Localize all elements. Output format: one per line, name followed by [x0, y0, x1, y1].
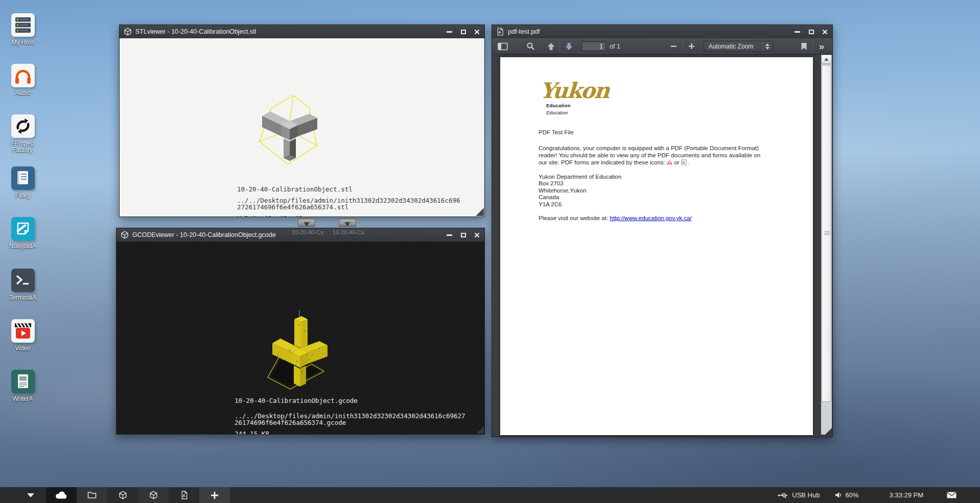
- desktop-icon-notepada[interactable]: NotepadA: [1, 217, 45, 250]
- taskbar-new-tab-button[interactable]: [199, 487, 230, 503]
- desktop-icon-audio[interactable]: Audio: [1, 64, 45, 97]
- window-title: pdf-test.pdf: [508, 28, 790, 35]
- close-button[interactable]: [474, 29, 480, 35]
- scrollbar-thumb[interactable]: [822, 65, 831, 402]
- stl-3d-object: [251, 85, 333, 172]
- yukon-logo-sub-en: Education: [546, 102, 609, 109]
- cube-icon: [149, 491, 158, 499]
- minimize-button[interactable]: [446, 29, 453, 35]
- minimize-button[interactable]: [794, 29, 801, 35]
- page-count-label: of 1: [610, 43, 620, 50]
- desktop-icon-label: WriterA: [1, 396, 45, 402]
- taskbar-pdfviewer-button[interactable]: [169, 487, 199, 503]
- paragraph-text: .: [688, 159, 690, 165]
- maximize-button[interactable]: [460, 232, 466, 238]
- usb-hub-indicator[interactable]: USB Hub: [778, 491, 820, 499]
- taskbar-cloud-button[interactable]: [46, 487, 77, 503]
- yukon-logo: Yukon Education Éducation: [540, 81, 609, 116]
- taskbar-menu-button[interactable]: [15, 487, 46, 503]
- desktop-icon-filary[interactable]: Filary: [1, 166, 45, 199]
- stl-viewer-window: STLviewer - 10-20-40-CalibrationObject.s…: [119, 25, 485, 217]
- volume-indicator[interactable]: 60%: [835, 491, 858, 499]
- desktop-icon-writera[interactable]: WriterA: [1, 370, 45, 402]
- toolbar-separator: [683, 42, 683, 51]
- minimize-button[interactable]: [446, 232, 453, 238]
- pdf-page: Yukon Education Éducation PDF Test File …: [500, 57, 813, 435]
- desktop-icon-label: Audio: [1, 90, 45, 97]
- gcode-render-area[interactable]: 10-20-40-CalibrationObject.gcode ../../D…: [116, 242, 484, 434]
- next-page-button[interactable]: [562, 40, 575, 53]
- maximize-button[interactable]: [460, 29, 466, 35]
- pdf-file-icon: [180, 491, 188, 499]
- gcode-viewer-window: GCODEviewer - 10-20-40-CalibrationObject…: [116, 228, 485, 435]
- more-tools-button[interactable]: »: [815, 40, 828, 53]
- zoom-select-spinner: [762, 41, 773, 51]
- resize-grip[interactable]: [477, 426, 484, 434]
- stl-path-line1: ../../Desktop/files/admin/inith31302d323…: [237, 197, 460, 204]
- pdf-viewer-window: pdf-test.pdf: [492, 25, 833, 437]
- taskbar-stlviewer-button[interactable]: [107, 487, 138, 503]
- maximize-button[interactable]: [808, 29, 814, 35]
- website-label: Please visit our website at:: [539, 215, 610, 221]
- background-file-label: 10-20-40-Ca: [330, 229, 367, 235]
- zoom-select[interactable]: Automatic Zoom: [704, 41, 773, 52]
- zoom-select-label: Automatic Zoom: [709, 43, 753, 50]
- background-file-icon[interactable]: [339, 219, 356, 227]
- gcode-path-line1: ../../Desktop/files/admin/inith31302d323…: [235, 413, 465, 420]
- pdf-website-line: Please visit our website at: http://www.…: [539, 214, 692, 222]
- address-line: Box 2703: [539, 180, 621, 187]
- stl-render-area[interactable]: 10-20-40-CalibrationObject.stl ../../Des…: [120, 38, 484, 217]
- scrollbar-gripper: [824, 231, 830, 235]
- toolbar-separator: [812, 42, 813, 51]
- resize-grip[interactable]: [476, 208, 484, 216]
- desktop-icon-my-host[interactable]: My Host: [1, 13, 45, 46]
- pdf-scrollbar[interactable]: [821, 55, 832, 435]
- cloud-icon: [55, 491, 67, 499]
- background-file-icon[interactable]: [298, 219, 315, 227]
- desktop-icon-label: TerminalA: [1, 295, 45, 301]
- close-button[interactable]: [822, 29, 828, 35]
- pdf-heading: PDF Test File: [539, 129, 574, 136]
- note-pencil-icon: [11, 217, 35, 241]
- address-line: Canada: [539, 194, 621, 201]
- yukon-logo-word: Yukon: [540, 81, 610, 101]
- taskbar-files-button[interactable]: [77, 487, 107, 503]
- mail-indicator[interactable]: [947, 492, 956, 498]
- desktop-icon-label: Video: [1, 345, 45, 352]
- previous-page-button[interactable]: [544, 40, 557, 53]
- taskbar-gcodeviewer-button[interactable]: [138, 487, 169, 503]
- clock[interactable]: 3:33:29 PM: [890, 491, 924, 499]
- paragraph-line: our site. PDF forms are indicated by the…: [539, 159, 781, 166]
- gcode-3d-object: [259, 310, 345, 392]
- paragraph-text: our site. PDF forms are indicated by the…: [539, 159, 665, 165]
- pdf-paragraph: Congratulations, your computer is equipp…: [539, 145, 781, 166]
- cube-icon: [124, 28, 132, 36]
- close-button[interactable]: [474, 232, 480, 238]
- desktop-icon-label: Filary: [1, 193, 45, 199]
- zoom-in-button[interactable]: [685, 40, 698, 53]
- website-link[interactable]: http://www.education.gov.yk.ca/: [610, 215, 691, 221]
- clock-label: 3:33:29 PM: [890, 491, 924, 499]
- cube-icon: [119, 491, 127, 499]
- chevron-down-icon: [27, 493, 34, 497]
- scroll-up-button[interactable]: [821, 55, 832, 64]
- page-number-input[interactable]: [581, 41, 606, 51]
- gcode-file-info: 10-20-40-CalibrationObject.gcode ../../D…: [235, 397, 465, 434]
- address-line: Whitehorse,Yukon: [539, 187, 621, 194]
- background-file-label: 10-20-40-Ca: [289, 229, 326, 235]
- desktop-icon-ffmpeg-factory[interactable]: FFmpeg Factory: [1, 114, 45, 154]
- resize-grip[interactable]: [824, 428, 832, 436]
- stl-filename: 10-20-40-CalibrationObject.stl: [237, 186, 460, 193]
- bookmark-button[interactable]: [797, 40, 810, 53]
- document-icon: [11, 370, 35, 393]
- search-button[interactable]: [524, 40, 537, 53]
- zoom-out-button[interactable]: [667, 40, 681, 53]
- plus-icon: [211, 492, 218, 499]
- window-title: STLviewer - 10-20-40-CalibrationObject.s…: [135, 28, 442, 35]
- toolbar-separator: [559, 42, 560, 51]
- desktop-icon-terminala[interactable]: TerminalA: [1, 269, 45, 301]
- desktop-icon-video[interactable]: Video: [1, 319, 45, 352]
- pdf-titlebar[interactable]: pdf-test.pdf: [492, 25, 832, 38]
- stl-titlebar[interactable]: STLviewer - 10-20-40-CalibrationObject.s…: [120, 25, 484, 38]
- sidebar-toggle-button[interactable]: [496, 40, 509, 53]
